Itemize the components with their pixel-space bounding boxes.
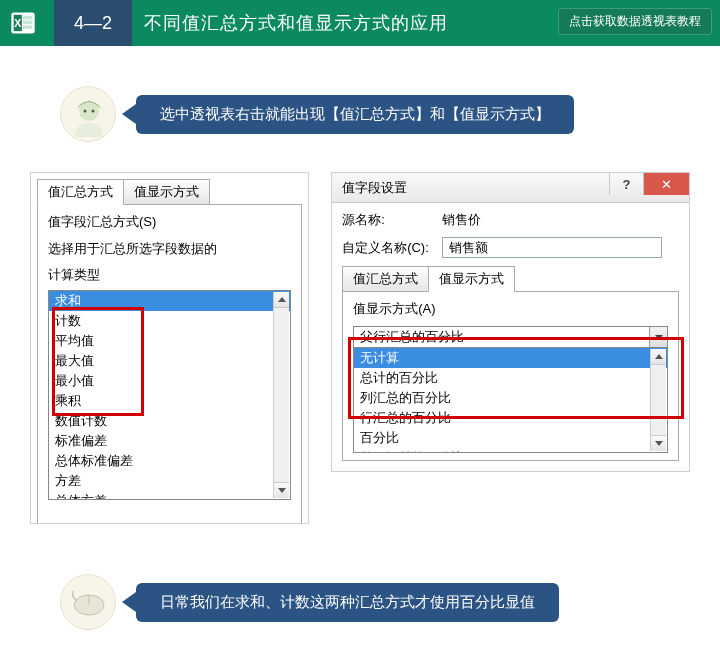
callout-row-1: 选中透视表右击就能出现【值汇总方式】和【值显示方式】 — [60, 86, 720, 142]
close-button[interactable]: ✕ — [643, 173, 689, 195]
list-item[interactable]: 求和 — [49, 291, 290, 311]
callout-bubble-2: 日常我们在求和、计数这两种汇总方式才使用百分比显值 — [136, 583, 559, 622]
scrollbar[interactable] — [273, 292, 289, 498]
source-name-label: 源名称: — [342, 211, 442, 229]
avatar-mouse-icon — [60, 574, 116, 630]
scroll-up-icon[interactable] — [274, 292, 289, 308]
scroll-up-icon[interactable] — [651, 349, 666, 365]
tab-display-method[interactable]: 值显示方式 — [123, 179, 210, 205]
svg-rect-4 — [23, 21, 32, 25]
avatar-girl-icon — [60, 86, 116, 142]
page-footer: 公众号：@Excel数据可视化 出品 作者：@运营菌 — [0, 660, 720, 669]
display-method-listbox[interactable]: 无计算 总计的百分比 列汇总的百分比 行汇总的百分比 百分比 父行汇总的百分比 — [353, 347, 668, 453]
scrollbar[interactable] — [650, 349, 666, 451]
list-item[interactable]: 无计算 — [354, 348, 667, 368]
summary-help: 选择用于汇总所选字段数据的 — [48, 239, 291, 259]
list-item[interactable]: 标准偏差 — [49, 431, 290, 451]
callout-bubble-1: 选中透视表右击就能出现【值汇总方式】和【值显示方式】 — [136, 95, 574, 134]
bubble-arrow-icon — [122, 592, 136, 612]
svg-text:X: X — [14, 17, 21, 29]
list-item[interactable]: 总计的百分比 — [354, 368, 667, 388]
tabbar-right: 值汇总方式 值显示方式 — [342, 266, 679, 292]
tabpage-right: 值显示方式(A) 父行汇总的百分比 无计算 总计的百分比 列汇总的百分比 行汇总… — [342, 291, 679, 461]
source-name-value: 销售价 — [442, 211, 481, 229]
custom-name-label: 自定义名称(C): — [342, 239, 442, 257]
list-item[interactable]: 最小值 — [49, 371, 290, 391]
chapter-number: 4—2 — [54, 0, 132, 46]
list-item[interactable]: 乘积 — [49, 391, 290, 411]
scroll-down-icon[interactable] — [274, 482, 289, 498]
list-item[interactable]: 列汇总的百分比 — [354, 388, 667, 408]
combo-value: 父行汇总的百分比 — [354, 327, 649, 347]
svg-rect-3 — [23, 16, 32, 20]
tab-summary-method[interactable]: 值汇总方式 — [37, 179, 124, 205]
tutorial-link-button[interactable]: 点击获取数据透视表教程 — [558, 8, 712, 35]
screenshots-area: 值汇总方式 值显示方式 值字段汇总方式(S) 选择用于汇总所选字段数据的 计算类… — [0, 172, 720, 524]
page-header: X 4—2 不同值汇总方式和值显示方式的应用 点击获取数据透视表教程 — [0, 0, 720, 46]
list-item[interactable]: 百分比 — [354, 428, 667, 448]
bubble-arrow-icon — [122, 104, 136, 124]
svg-point-7 — [84, 110, 87, 113]
list-item[interactable]: 总体标准偏差 — [49, 451, 290, 471]
list-item[interactable]: 行汇总的百分比 — [354, 408, 667, 428]
callout-row-2: 日常我们在求和、计数这两种汇总方式才使用百分比显值 — [60, 574, 720, 630]
list-label: 计算类型 — [48, 265, 291, 285]
svg-point-8 — [92, 110, 95, 113]
excel-icon: X — [0, 0, 46, 46]
calc-type-listbox[interactable]: 求和 计数 平均值 最大值 最小值 乘积 数值计数 标准偏差 总体标准偏差 方差… — [48, 290, 291, 500]
value-summary-panel: 值汇总方式 值显示方式 值字段汇总方式(S) 选择用于汇总所选字段数据的 计算类… — [30, 172, 309, 524]
tabpage-left: 值字段汇总方式(S) 选择用于汇总所选字段数据的 计算类型 求和 计数 平均值 … — [37, 204, 302, 524]
list-item[interactable]: 平均值 — [49, 331, 290, 351]
list-item[interactable]: 方差 — [49, 471, 290, 491]
dialog-title: 值字段设置 — [342, 179, 407, 197]
tabbar-left: 值汇总方式 值显示方式 — [37, 179, 308, 205]
tab-summary-method-right[interactable]: 值汇总方式 — [342, 266, 429, 292]
chevron-down-icon[interactable] — [649, 327, 667, 347]
list-item[interactable]: 数值计数 — [49, 411, 290, 431]
list-item[interactable]: 总体方差 — [49, 491, 290, 500]
tab-display-method-right[interactable]: 值显示方式 — [428, 266, 515, 292]
svg-rect-5 — [23, 25, 32, 29]
list-item[interactable]: 最大值 — [49, 351, 290, 371]
help-button[interactable]: ? — [609, 173, 643, 195]
list-item[interactable]: 计数 — [49, 311, 290, 331]
dialog-titlebar: 值字段设置 ? ✕ — [332, 173, 689, 203]
list-item[interactable]: 父行汇总的百分比 — [354, 448, 667, 453]
value-field-settings-dialog: 值字段设置 ? ✕ 源名称: 销售价 自定义名称(C): 值汇总方式 值显示方式… — [331, 172, 690, 472]
summary-heading: 值字段汇总方式(S) — [48, 213, 291, 231]
scroll-down-icon[interactable] — [651, 435, 666, 451]
display-method-label: 值显示方式(A) — [353, 300, 668, 318]
display-method-combo[interactable]: 父行汇总的百分比 — [353, 326, 668, 348]
custom-name-input[interactable] — [442, 237, 662, 258]
dialog-body: 源名称: 销售价 自定义名称(C): 值汇总方式 值显示方式 值显示方式(A) … — [332, 203, 689, 469]
